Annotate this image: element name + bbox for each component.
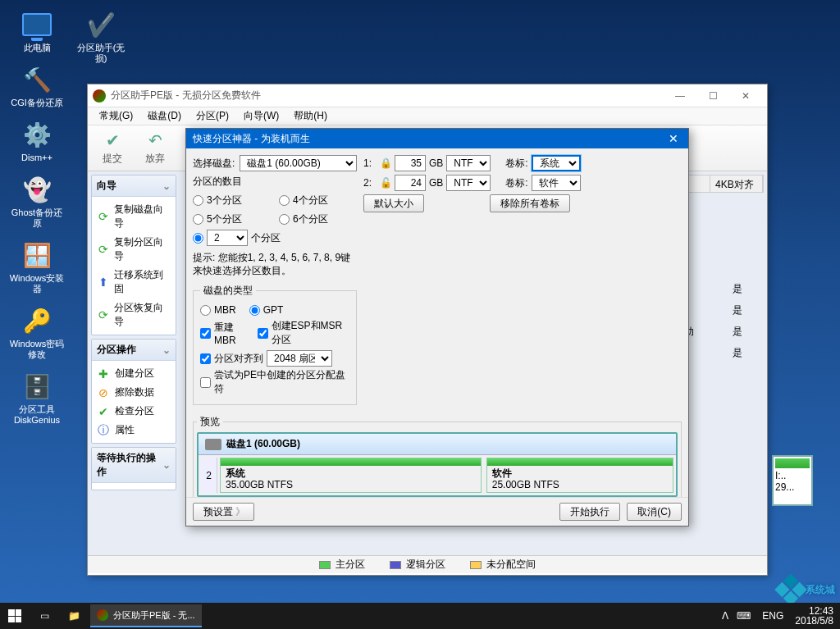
dialog-title: 快速分区神器 - 为装机而生 <box>193 132 310 146</box>
watermark: 系统城 <box>779 578 835 601</box>
window-title: 分区助手PE版 - 无损分区免费软件 <box>111 89 664 103</box>
taskbar: ▭ 📁 分区助手PE版 - 无... ᐱ ⌨ ENG 12:43 2018/5/… <box>0 603 840 629</box>
preview-legend: 预览 <box>197 415 223 429</box>
sidebar-item[interactable]: ⟳分区恢复向导 <box>95 299 172 331</box>
legend-item: 主分区 <box>319 558 365 572</box>
align-select[interactable]: 2048 扇区 <box>267 350 332 367</box>
titlebar: 分区助手PE版 - 无损分区免费软件 — ☐ ✕ <box>88 84 767 107</box>
gpt-radio[interactable]: GPT <box>249 304 284 316</box>
align-row[interactable]: 分区对齐到 2048 扇区 <box>200 350 349 367</box>
language-indicator[interactable]: ENG <box>759 610 787 622</box>
default-size-button[interactable]: 默认大小 <box>363 194 424 212</box>
close-button[interactable]: ✕ <box>729 87 762 105</box>
sidebar-item[interactable]: ✚创建分区 <box>95 364 172 383</box>
desktop-icon[interactable]: 此电脑 <box>8 8 66 53</box>
menu-item[interactable]: 向导(W) <box>237 107 285 125</box>
start-button[interactable]: 开始执行 <box>559 503 620 521</box>
disk-type-legend: 磁盘的类型 <box>200 284 256 298</box>
desktop-icon[interactable]: ⚙️Dism++ <box>8 118 66 163</box>
try-pe-check[interactable]: 尝试为PE中创建的分区分配盘符 <box>200 368 349 396</box>
dialog-titlebar: 快速分区神器 - 为装机而生 ✕ <box>186 129 688 148</box>
menu-item[interactable]: 磁盘(D) <box>141 107 188 125</box>
sidebar-item[interactable]: ⟳复制磁盘向导 <box>95 200 172 233</box>
panel-header[interactable]: 等待执行的操作⌄ <box>92 448 176 483</box>
right-partition-strip: I:..29... <box>772 455 813 506</box>
lock-icon: 🔒 <box>380 157 391 169</box>
volume-select[interactable]: 软件 <box>532 175 581 191</box>
maximize-button[interactable]: ☐ <box>696 87 729 105</box>
count-radio[interactable]: 5个分区 <box>193 212 271 226</box>
desktop-icons-col2: ✔️分区助手(无损) <box>72 8 130 64</box>
sidebar-item[interactable]: ⟳复制分区向导 <box>95 233 172 266</box>
menubar: 常规(G)磁盘(D)分区(P)向导(W)帮助(H) <box>88 107 767 125</box>
quick-partition-dialog: 快速分区神器 - 为装机而生 ✕ 选择磁盘: 磁盘1 (60.00GB) 分区的… <box>185 128 689 526</box>
count-radio[interactable]: 4个分区 <box>279 194 357 207</box>
fs-select[interactable]: NTFS <box>446 175 491 191</box>
disk-name: 磁盘1 (60.00GB) <box>226 437 300 451</box>
rebuild-mbr-check[interactable]: 重建MBR <box>200 319 249 347</box>
hint-text: 提示: 您能按1, 2, 3, 4, 5, 6, 7, 8, 9键来快速选择分区… <box>193 251 357 277</box>
preview-parts: 2系统35.00GB NTFS软件25.00GB NTFS <box>199 454 676 495</box>
desktop-icon[interactable]: 🪟Windows安装器 <box>8 239 66 294</box>
remove-labels-button[interactable]: 移除所有卷标 <box>490 194 570 212</box>
preview-partition: 软件25.00GB NTFS <box>486 458 673 493</box>
tray-chevron-icon[interactable]: ᐱ <box>722 610 728 622</box>
fs-select[interactable]: NTFS <box>446 155 491 171</box>
explorer-button[interactable]: 📁 <box>59 610 89 622</box>
preset-button[interactable]: 预设置 》 <box>193 503 254 521</box>
custom-count-row[interactable]: 2 个分区 <box>193 230 357 246</box>
lock-icon: 🔓 <box>380 177 391 189</box>
desktop-icon[interactable]: ✔️分区助手(无损) <box>72 8 130 64</box>
toolbar-button[interactable]: ↶放弃 <box>135 128 175 169</box>
tray-keyboard-icon[interactable]: ⌨ <box>737 610 751 622</box>
desktop-icon[interactable]: 🔑Windows密码修改 <box>8 304 66 360</box>
panel-header[interactable]: 向导⌄ <box>92 175 176 197</box>
disk-select[interactable]: 磁盘1 (60.00GB) <box>240 155 357 171</box>
menu-item[interactable]: 帮助(H) <box>287 107 334 125</box>
custom-count-radio[interactable] <box>193 233 203 244</box>
sidebar: 向导⌄⟳复制磁盘向导⟳复制分区向导⬆迁移系统到固⟳分区恢复向导分区操作⌄✚创建分… <box>88 171 180 555</box>
rb-label: I:.. <box>775 470 810 481</box>
count-radio[interactable]: 6个分区 <box>279 212 357 226</box>
count-radio[interactable]: 3个分区 <box>193 194 271 207</box>
custom-count-select[interactable]: 2 <box>207 230 248 246</box>
minimize-button[interactable]: — <box>664 87 696 105</box>
sidebar-item[interactable]: ✔检查分区 <box>95 402 172 421</box>
create-esp-check[interactable]: 创建ESP和MSR分区 <box>258 319 349 347</box>
taskbar-app-label: 分区助手PE版 - 无... <box>113 609 195 622</box>
app-icon <box>93 89 106 103</box>
taskbar-app-icon <box>97 609 108 621</box>
statusbar: 主分区逻辑分区未分配空间 <box>88 555 767 573</box>
desktop-icons-col1: 此电脑🔨CGI备份还原⚙️Dism++👻Ghost备份还原🪟Windows安装器… <box>8 8 66 426</box>
size-input[interactable] <box>395 175 426 191</box>
partition-count-label: 分区的数目 <box>193 175 357 189</box>
volume-select[interactable]: 系统 <box>532 155 581 171</box>
sidebar-item[interactable]: ⓘ属性 <box>95 421 172 440</box>
cancel-button[interactable]: 取消(C) <box>627 503 682 521</box>
partition-count-radios: 3个分区 4个分区 5个分区 6个分区 <box>193 192 357 228</box>
start-button[interactable] <box>0 603 30 629</box>
disk-preview: 磁盘1 (60.00GB) 2系统35.00GB NTFS软件25.00GB N… <box>197 432 678 497</box>
mbr-radio[interactable]: MBR <box>200 304 236 316</box>
legend-item: 逻辑分区 <box>390 558 445 572</box>
toolbar-button[interactable]: ✔提交 <box>93 128 132 169</box>
sidebar-item[interactable]: ⬆迁移系统到固 <box>95 266 172 299</box>
desktop-icon[interactable]: 🔨CGI备份还原 <box>8 63 66 108</box>
partition-lines: 1:🔒GBNTFS卷标:系统2:🔓GBNTFS卷标:软件 <box>363 155 682 191</box>
desktop-icon[interactable]: 👻Ghost备份还原 <box>8 173 66 229</box>
disk-icon <box>205 439 221 450</box>
panel-header[interactable]: 分区操作⌄ <box>92 340 176 361</box>
size-input[interactable] <box>395 155 426 171</box>
rb-size: 29... <box>775 481 810 493</box>
preview-count: 2 <box>201 458 217 493</box>
clock-date: 2018/5/8 <box>795 616 833 626</box>
dialog-close-button[interactable]: ✕ <box>665 131 682 146</box>
sidebar-item[interactable]: ⊘擦除数据 <box>95 383 172 402</box>
menu-item[interactable]: 分区(P) <box>189 107 235 125</box>
clock[interactable]: 12:43 2018/5/8 <box>795 606 833 626</box>
menu-item[interactable]: 常规(G) <box>93 107 139 125</box>
legend-item: 未分配空间 <box>470 558 536 572</box>
taskbar-app[interactable]: 分区助手PE版 - 无... <box>90 604 202 627</box>
task-view-button[interactable]: ▭ <box>30 610 59 622</box>
desktop-icon[interactable]: 🗄️分区工具DiskGenius <box>8 370 66 426</box>
